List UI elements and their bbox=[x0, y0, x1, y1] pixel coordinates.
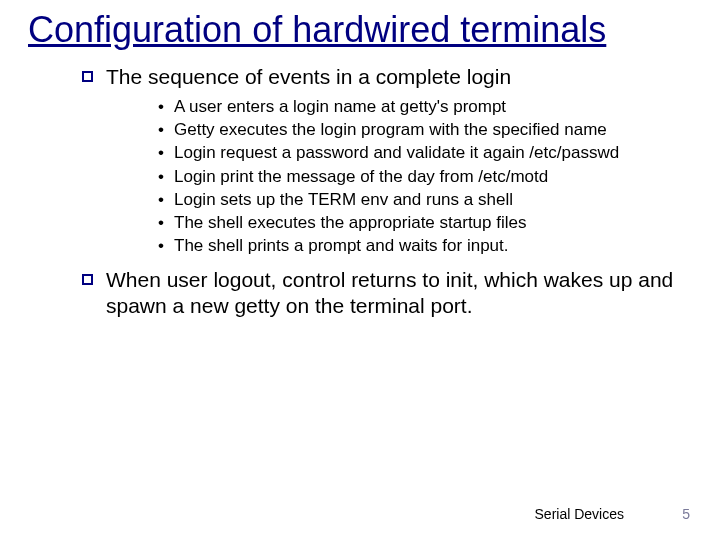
square-bullet-icon bbox=[82, 274, 93, 285]
slide-title: Configuration of hardwired terminals bbox=[28, 10, 692, 50]
dot-icon: • bbox=[158, 119, 164, 140]
dot-icon: • bbox=[158, 212, 164, 233]
footer-label: Serial Devices bbox=[535, 506, 624, 522]
slide-body: The sequence of events in a complete log… bbox=[82, 64, 692, 320]
dot-icon: • bbox=[158, 235, 164, 256]
bullet-sequence-text: The sequence of events in a complete log… bbox=[106, 65, 511, 88]
sub-bullet: •The shell executes the appropriate star… bbox=[158, 212, 692, 233]
sub-bullet-text: The shell executes the appropriate start… bbox=[174, 213, 526, 232]
sub-bullet: •A user enters a login name at getty's p… bbox=[158, 96, 692, 117]
slide: Configuration of hardwired terminals The… bbox=[0, 0, 720, 540]
sub-bullet-text: Login request a password and validate it… bbox=[174, 143, 619, 162]
page-number: 5 bbox=[682, 506, 690, 522]
dot-icon: • bbox=[158, 96, 164, 117]
dot-icon: • bbox=[158, 189, 164, 210]
bullet-sequence: The sequence of events in a complete log… bbox=[82, 64, 692, 90]
sub-bullet-text: Login sets up the TERM env and runs a sh… bbox=[174, 190, 513, 209]
sub-bullet: •Getty executes the login program with t… bbox=[158, 119, 692, 140]
sub-bullet: •Login request a password and validate i… bbox=[158, 142, 692, 163]
sub-bullet: •The shell prints a prompt and waits for… bbox=[158, 235, 692, 256]
sub-bullet-list: •A user enters a login name at getty's p… bbox=[118, 96, 692, 257]
dot-icon: • bbox=[158, 142, 164, 163]
sub-bullet: •Login sets up the TERM env and runs a s… bbox=[158, 189, 692, 210]
sub-bullet-text: Getty executes the login program with th… bbox=[174, 120, 607, 139]
square-bullet-icon bbox=[82, 71, 93, 82]
sub-bullet-text: The shell prints a prompt and waits for … bbox=[174, 236, 509, 255]
dot-icon: • bbox=[158, 166, 164, 187]
bullet-logout: When user logout, control returns to ini… bbox=[82, 267, 692, 320]
sub-bullet: •Login print the message of the day from… bbox=[158, 166, 692, 187]
sub-bullet-text: A user enters a login name at getty's pr… bbox=[174, 97, 506, 116]
sub-bullet-text: Login print the message of the day from … bbox=[174, 167, 548, 186]
bullet-logout-text: When user logout, control returns to ini… bbox=[106, 268, 673, 317]
